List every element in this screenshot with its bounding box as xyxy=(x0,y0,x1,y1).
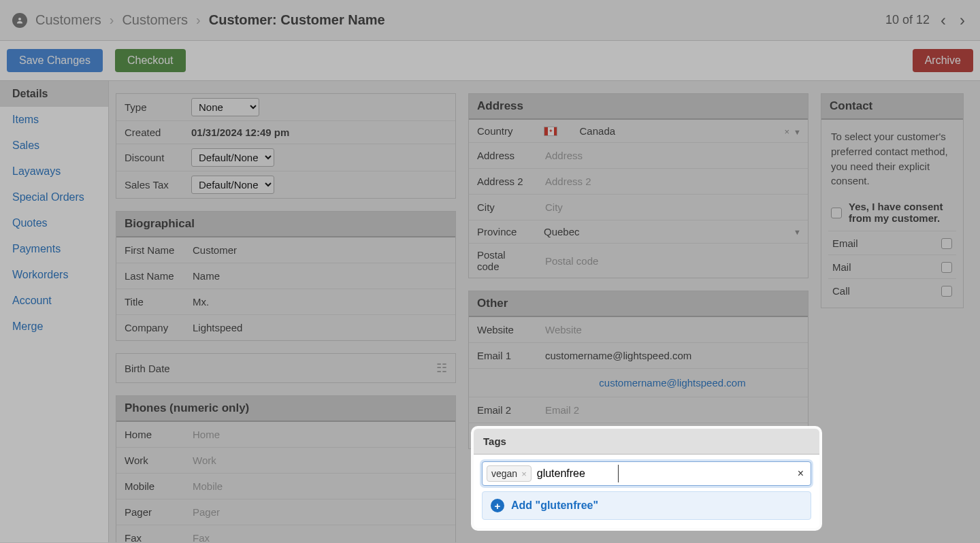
svg-point-0 xyxy=(18,18,21,20)
address2-input[interactable] xyxy=(544,173,801,190)
phone-home-label: Home xyxy=(116,423,184,446)
other-panel: Other Website Email 1 customername@light… xyxy=(468,291,808,449)
sidebar-item-workorders[interactable]: Workorders xyxy=(0,262,108,288)
top-bar: Customers › Customers › Customer: Custom… xyxy=(0,0,980,41)
sidebar-item-items[interactable]: Items xyxy=(0,107,108,133)
phone-fax-label: Fax xyxy=(116,527,184,542)
type-label: Type xyxy=(116,96,184,118)
postal-label: Postal code xyxy=(469,244,537,278)
user-icon xyxy=(12,13,27,28)
province-label: Province xyxy=(469,220,537,243)
phones-panel: Phones (numeric only) Home Work Mobile P… xyxy=(116,395,456,542)
remove-tag-icon[interactable]: × xyxy=(521,469,527,479)
contact-header: Contact xyxy=(821,94,963,120)
phone-work-label: Work xyxy=(116,449,184,472)
chevron-down-icon: ▼ xyxy=(794,128,801,136)
plus-circle-icon: + xyxy=(491,499,504,512)
created-value: 01/31/2024 12:49 pm xyxy=(191,127,289,138)
province-select[interactable]: Quebec▼ xyxy=(537,222,808,242)
first-name-label: First Name xyxy=(116,239,184,261)
title-input[interactable] xyxy=(191,293,448,310)
clear-icon[interactable]: × xyxy=(785,127,790,137)
sidebar-item-special-orders[interactable]: Special Orders xyxy=(0,184,108,210)
phone-pager-label: Pager xyxy=(116,501,184,523)
birth-block: Birth Date ☷ xyxy=(116,353,456,383)
contact-panel: Contact To select your customer's prefer… xyxy=(821,93,964,308)
title-label: Title xyxy=(116,291,184,313)
postal-input[interactable] xyxy=(544,252,801,269)
phones-header: Phones (numeric only) xyxy=(116,396,455,422)
tags-header: Tags xyxy=(474,429,819,455)
last-name-input[interactable] xyxy=(191,267,448,284)
chevron-right-icon: › xyxy=(110,12,114,28)
sidebar-item-sales[interactable]: Sales xyxy=(0,133,108,159)
discount-select[interactable]: Default/None xyxy=(191,148,274,167)
breadcrumb-leaf-name: Customer Name xyxy=(280,12,385,27)
sidebar-item-layaways[interactable]: Layaways xyxy=(0,159,108,184)
tags-input-wrap[interactable]: vegan × × xyxy=(482,461,811,486)
other-header: Other xyxy=(469,291,808,317)
pager-prev-button[interactable]: ‹ xyxy=(938,11,949,30)
sidebar-item-details[interactable]: Details xyxy=(0,81,108,107)
save-button[interactable]: Save Changes xyxy=(7,49,103,72)
action-bar: Save Changes Checkout Archive xyxy=(0,41,980,81)
last-name-label: Last Name xyxy=(116,265,184,287)
tag-chip-label: vegan xyxy=(491,468,517,479)
consent-label: Yes, I have consent from my customer. xyxy=(849,201,953,224)
website-input[interactable] xyxy=(544,321,801,338)
breadcrumb-root[interactable]: Customers xyxy=(35,12,101,28)
phone-work-input[interactable] xyxy=(191,452,448,469)
sidebar-item-payments[interactable]: Payments xyxy=(0,236,108,262)
calendar-icon[interactable]: ☷ xyxy=(436,361,447,376)
email1-link[interactable]: customername@lightspeed.com xyxy=(544,373,801,393)
company-label: Company xyxy=(116,316,184,339)
tags-input[interactable] xyxy=(536,465,617,482)
first-name-input[interactable] xyxy=(191,242,448,259)
email2-input[interactable] xyxy=(544,401,801,418)
salestax-select[interactable]: Default/None xyxy=(191,176,274,194)
contact-call-checkbox[interactable] xyxy=(941,286,952,297)
address-input[interactable] xyxy=(544,147,801,164)
archive-button[interactable]: Archive xyxy=(913,49,973,72)
add-tag-suggestion[interactable]: + Add "glutenfree" xyxy=(482,491,811,520)
company-input[interactable] xyxy=(191,319,448,336)
breadcrumb-mid[interactable]: Customers xyxy=(122,12,188,28)
type-select[interactable]: None xyxy=(191,98,259,116)
biographical-header: Biographical xyxy=(116,212,455,237)
sidebar-item-quotes[interactable]: Quotes xyxy=(0,210,108,236)
consent-checkbox[interactable] xyxy=(831,208,842,218)
contact-call-label: Call xyxy=(832,285,850,297)
contact-note: To select your customer's preferred cont… xyxy=(828,122,956,195)
country-label: Country xyxy=(469,120,537,142)
birth-date-label: Birth Date xyxy=(125,363,170,374)
contact-email-checkbox[interactable] xyxy=(941,238,952,249)
chevron-right-icon: › xyxy=(196,12,201,28)
email1-label: Email 1 xyxy=(469,344,537,367)
phone-mobile-input[interactable] xyxy=(191,478,448,495)
created-label: Created xyxy=(116,121,184,144)
phone-pager-input[interactable] xyxy=(191,504,448,521)
city-input[interactable] xyxy=(544,199,801,216)
email1-input[interactable] xyxy=(544,347,801,364)
sidebar-item-account[interactable]: Account xyxy=(0,288,108,314)
record-pager: 10 of 12 ‹ › xyxy=(885,11,968,30)
discount-label: Discount xyxy=(116,146,184,169)
phone-home-input[interactable] xyxy=(191,426,448,443)
account-block: Type None Created 01/31/2024 12:49 pm Di… xyxy=(116,93,456,199)
clear-tags-icon[interactable]: × xyxy=(795,467,806,480)
email2-label: Email 2 xyxy=(469,399,537,421)
address2-label: Address 2 xyxy=(469,170,537,193)
checkout-button[interactable]: Checkout xyxy=(115,49,186,72)
address-panel: Address Country Canada ×▼ Address Addres… xyxy=(468,93,808,278)
pager-next-button[interactable]: › xyxy=(957,11,968,30)
breadcrumb: Customers › Customers › Customer: Custom… xyxy=(12,12,385,28)
country-select[interactable]: Canada ×▼ xyxy=(537,121,808,141)
biographical-panel: Biographical First Name Last Name Title … xyxy=(116,211,456,341)
tags-panel: Tags vegan × × + Add "glutenfree" xyxy=(474,429,819,528)
salestax-label: Sales Tax xyxy=(116,174,184,196)
sidebar-item-merge[interactable]: Merge xyxy=(0,314,108,340)
phone-fax-input[interactable] xyxy=(191,529,448,542)
contact-mail-checkbox[interactable] xyxy=(941,262,952,273)
country-value: Canada xyxy=(580,125,616,137)
sidebar: Details Items Sales Layaways Special Ord… xyxy=(0,81,109,542)
